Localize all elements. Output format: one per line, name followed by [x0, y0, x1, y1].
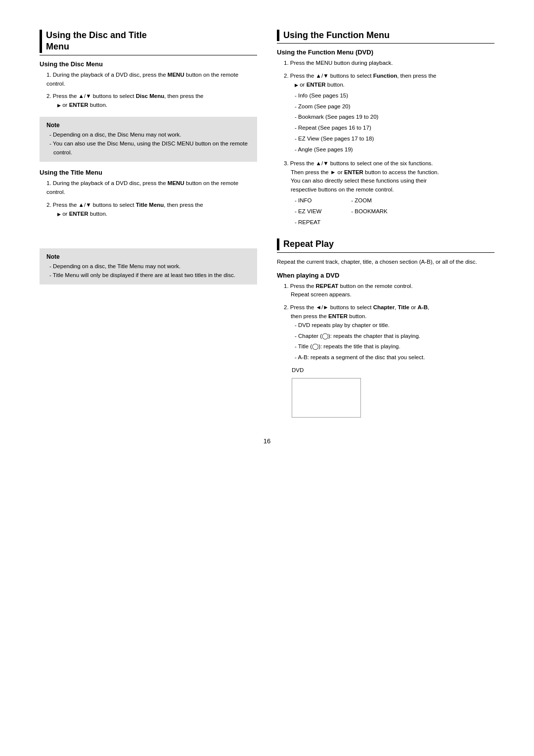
note-1-item-2: - You can also use the Disc Menu, using …	[46, 140, 250, 157]
arrow-right-icon-3	[295, 82, 298, 88]
functions-two-col: - INFO - EZ VIEW - REPEAT - ZOOM - BOOKM…	[284, 196, 494, 229]
title-menu-title: Using the Title Menu	[40, 169, 257, 176]
function-menu-underline	[277, 43, 494, 44]
repeat-dvd-subsection: When playing a DVD 1. Press the REPEAT b…	[277, 272, 494, 418]
note-1-title: Note	[46, 122, 250, 129]
note-2-item-1: - Depending on a disc, the Title Menu ma…	[46, 262, 250, 271]
function-step1: 1. Press the MENU button during playback…	[277, 59, 494, 68]
title-menu-step2: 2. Press the ▲/▼ buttons to select Title…	[40, 201, 257, 219]
note-1-item-1: - Depending on a disc, the Disc Menu may…	[46, 131, 250, 140]
func-item-3: - Bookmark (See pages 19 to 20)	[295, 113, 494, 122]
repeat-item-3: - Title (◯): repeats the title that is p…	[295, 342, 494, 351]
repeat-play-section: Repeat Play Repeat the current track, ch…	[277, 238, 494, 418]
left-column: Using the Disc and Title Menu Using the …	[40, 30, 257, 418]
title-menu-subsection: Using the Title Menu 1. During the playb…	[40, 169, 257, 218]
disc-menu-step2: 2. Press the ▲/▼ buttons to select Disc …	[40, 92, 257, 110]
repeat-play-underline	[277, 252, 494, 253]
arrow-right-icon	[57, 102, 61, 108]
func-col2-item2: - BOOKMARK	[351, 207, 387, 216]
repeat-dvd-title: When playing a DVD	[277, 272, 494, 279]
note-box-2: Note - Depending on a disc, the Title Me…	[40, 248, 257, 285]
function-menu-section: Using the Function Menu Using the Functi…	[277, 30, 494, 229]
functions-col-2: - ZOOM - BOOKMARK	[351, 196, 387, 229]
disc-title-section-heading: Using the Disc and Title Menu	[40, 30, 257, 53]
disc-menu-title: Using the Disc Menu	[40, 60, 257, 68]
function-step2: 2. Press the ▲/▼ buttons to select Funct…	[277, 72, 494, 154]
function-menu-dvd-title: Using the Function Menu (DVD)	[277, 48, 494, 56]
disc-title-section: Using the Disc and Title Menu Using the …	[40, 30, 257, 284]
repeat-step1: 1. Press the REPEAT button on the remote…	[277, 282, 494, 300]
function-menu-heading: Using the Function Menu	[277, 30, 494, 41]
func-item-5: - EZ View (See pages 17 to 18)	[295, 135, 494, 143]
title-menu-step1: 1. During the playback of a DVD disc, pr…	[40, 179, 257, 197]
page-layout: Using the Disc and Title Menu Using the …	[40, 30, 494, 418]
disc-title-underline	[40, 55, 257, 55]
function-step3: 3. Press the ▲/▼ buttons to select one o…	[277, 159, 494, 229]
func-item-6: - Angle (See pages 19)	[295, 145, 494, 154]
note-2-title: Note	[46, 253, 250, 260]
func-col1-item1: - INFO	[295, 196, 321, 205]
func-item-4: - Repeat (See pages 16 to 17)	[295, 124, 494, 133]
repeat-step2: 2. Press the ◄/► buttons to select Chapt…	[277, 303, 494, 362]
title-menu-step2-sub: or ENTER button.	[46, 210, 257, 219]
function-menu-dvd-subsection: Using the Function Menu (DVD) 1. Press t…	[277, 48, 494, 229]
repeat-item-1: - DVD repeats play by chapter or title.	[295, 321, 494, 330]
func-col1-item2: - EZ VIEW	[295, 207, 321, 216]
func-col2-item1: - ZOOM	[351, 196, 387, 205]
repeat-list-items: - DVD repeats play by chapter or title. …	[284, 321, 494, 362]
functions-col-1: - INFO - EZ VIEW - REPEAT	[295, 196, 321, 229]
func-col1-item3: - REPEAT	[295, 218, 321, 227]
function-step2-sub: or ENTER button.	[284, 81, 494, 90]
repeat-item-4: - A-B: repeats a segment of the disc tha…	[295, 353, 494, 362]
func-item-1: - Info (See pages 15)	[295, 92, 494, 100]
dvd-screen-image	[292, 378, 361, 418]
page-number: 16	[40, 437, 494, 445]
right-column: Using the Function Menu Using the Functi…	[277, 30, 494, 418]
dvd-screen-wrapper: DVD	[277, 366, 494, 418]
note-box-1: Note - Depending on a disc, the Disc Men…	[40, 117, 257, 162]
repeat-item-2: - Chapter (◯): repeats the chapter that …	[295, 332, 494, 341]
repeat-play-heading: Repeat Play	[277, 238, 494, 250]
note-2-item-2: - Title Menu will only be displayed if t…	[46, 271, 250, 280]
arrow-right-icon-2	[57, 211, 61, 217]
disc-menu-step2-sub: or ENTER button.	[46, 101, 257, 110]
disc-menu-subsection: Using the Disc Menu 1. During the playba…	[40, 60, 257, 110]
func-item-2: - Zoom (See page 20)	[295, 102, 494, 111]
function-list-items: - Info (See pages 15) - Zoom (See page 2…	[284, 92, 494, 154]
disc-menu-step1: 1. During the playback of a DVD disc, pr…	[40, 71, 257, 89]
repeat-intro: Repeat the current track, chapter, title…	[277, 258, 494, 267]
dvd-label: DVD	[292, 366, 494, 375]
